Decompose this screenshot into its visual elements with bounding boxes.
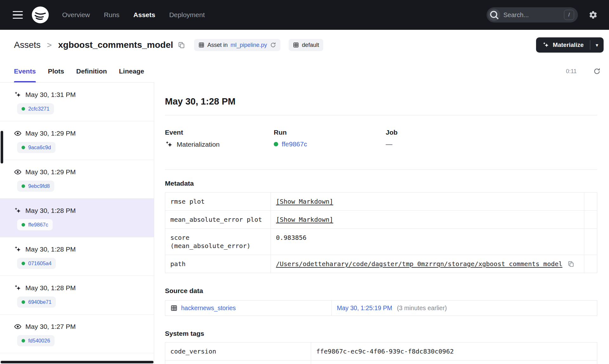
source-timestamp-link[interactable]: May 30, 1:25:19 PM <box>337 304 392 312</box>
run-status-dot <box>22 223 25 227</box>
event-list-item[interactable]: May 30, 1:28 PM 071605a4 <box>0 237 154 276</box>
reload-definitions-icon[interactable] <box>270 42 276 48</box>
run-id-link[interactable]: ffe9867c <box>282 140 307 148</box>
run-id-link: ffe9867c <box>28 222 48 228</box>
sidebar-vertical-scrollbar[interactable] <box>1 131 3 163</box>
metadata-key: score (mean_absolute_error) <box>165 229 271 255</box>
event-type-value: Materialization <box>177 141 219 148</box>
materialization-sparkle-icon <box>14 284 22 292</box>
tab-lineage[interactable]: Lineage <box>119 60 144 82</box>
materialization-sparkle-icon <box>14 207 22 214</box>
run-id-link: fd540026 <box>28 338 50 344</box>
asset-definition-tag: Asset in ml_pipeline.py <box>194 39 280 51</box>
metadata-row: mean_absolute_error plot [Show Markdown] <box>165 211 597 229</box>
nav-item-deployment[interactable]: Deployment <box>169 11 205 19</box>
event-time: May 30, 1:29 PM <box>25 168 76 176</box>
divider <box>165 115 597 115</box>
metadata-heading: Metadata <box>165 180 597 187</box>
materialize-dropdown-button[interactable]: ▾ <box>590 37 604 53</box>
system-tag-key: code_version <box>165 342 311 360</box>
settings-gear-icon[interactable] <box>589 10 598 19</box>
source-time-note: (3 minutes earlier) <box>397 304 447 312</box>
materialization-sparkle-icon <box>165 140 173 149</box>
asset-group-tag[interactable]: default <box>289 39 323 51</box>
run-status-dot <box>274 142 278 146</box>
system-tags-table: code_version ffe9867c-ec9c-4f06-939c-f8d… <box>165 342 597 364</box>
event-list-item[interactable]: May 30, 1:29 PM 9aca6c9d <box>0 121 154 160</box>
search-input[interactable] <box>503 11 561 19</box>
refresh-icon[interactable] <box>593 67 601 75</box>
system-tag-value <box>311 361 597 364</box>
tab-events[interactable]: Events <box>14 60 36 82</box>
event-list-item[interactable]: May 30, 1:31 PM 2cfc3271 <box>0 83 154 121</box>
event-list-item-selected[interactable]: May 30, 1:28 PM ffe9867c <box>0 199 154 237</box>
divider <box>165 169 597 170</box>
copy-asset-name-icon[interactable] <box>178 41 185 49</box>
run-id-pill[interactable]: 071605a4 <box>17 258 56 269</box>
run-status-dot <box>22 339 25 342</box>
source-data-heading: Source data <box>165 287 597 295</box>
job-value: — <box>386 140 392 148</box>
run-id-link: 9aca6c9d <box>28 144 51 150</box>
top-nav: Overview Runs Assets Deployment / <box>0 0 609 30</box>
tab-plots[interactable]: Plots <box>48 60 64 82</box>
storage-path-link[interactable]: /Users/odetteharary/code/dagster/tmp_0mz… <box>276 260 562 268</box>
event-time: May 30, 1:27 PM <box>25 323 76 330</box>
event-list-sidebar: May 30, 1:31 PM 2cfc3271 May 30, 1:29 PM… <box>0 82 154 364</box>
system-tag-value: ffe9867c-ec9c-4f06-939c-f8dc830c0962 <box>311 342 597 360</box>
run-id-pill[interactable]: fd540026 <box>17 335 55 346</box>
metadata-key: mean_absolute_error plot <box>165 211 271 228</box>
asset-table-icon <box>198 42 205 48</box>
metadata-extra-cell <box>584 193 597 210</box>
run-status-dot <box>22 146 25 149</box>
dagster-logo-icon[interactable] <box>31 6 49 24</box>
event-summary-row: Event Materialization Run ffe9867c Job — <box>165 129 597 149</box>
source-asset-link[interactable]: hackernews_stories <box>181 304 236 312</box>
job-label: Job <box>386 129 597 136</box>
copy-path-icon[interactable] <box>567 260 574 267</box>
event-list-item[interactable]: May 30, 1:29 PM 9ebc9fd8 <box>0 160 154 199</box>
source-data-table: hackernews_stories May 30, 1:25:19 PM (3… <box>165 300 597 316</box>
run-label: Run <box>274 129 386 136</box>
nav-item-runs[interactable]: Runs <box>104 11 120 19</box>
run-id-pill[interactable]: 2cfc3271 <box>17 103 54 114</box>
event-time: May 30, 1:31 PM <box>25 91 76 99</box>
metadata-key: path <box>165 255 271 273</box>
breadcrumb-assets-link[interactable]: Assets <box>14 40 41 50</box>
refresh-countdown: 0:11 <box>566 68 577 75</box>
event-list-item[interactable]: May 30, 1:28 PM 6940be71 <box>0 276 154 315</box>
nav-item-overview[interactable]: Overview <box>62 11 90 19</box>
sidebar-horizontal-scrollbar[interactable] <box>1 361 154 363</box>
run-id-pill[interactable]: 9ebc9fd8 <box>17 181 54 192</box>
run-id-pill[interactable]: ffe9867c <box>17 219 53 230</box>
asset-header: Assets > xgboost_comments_model Asset in… <box>0 30 609 60</box>
group-tag-label: default <box>302 42 319 48</box>
pipeline-file-link[interactable]: ml_pipeline.py <box>231 42 267 48</box>
run-status-dot <box>22 107 25 111</box>
materialization-sparkle-icon <box>14 246 22 253</box>
run-status-dot <box>22 262 25 265</box>
menu-icon[interactable] <box>13 11 23 19</box>
search-shortcut-key: / <box>564 10 574 20</box>
metadata-extra-cell <box>584 229 597 255</box>
content-area: May 30, 1:31 PM 2cfc3271 May 30, 1:29 PM… <box>0 82 609 364</box>
metadata-key: rmse plot <box>165 193 271 210</box>
nav-item-assets[interactable]: Assets <box>134 11 155 19</box>
materialize-sparkle-icon <box>542 42 549 48</box>
event-detail-title: May 30, 1:28 PM <box>165 96 597 107</box>
caret-down-icon: ▾ <box>596 42 598 48</box>
show-markdown-link[interactable]: [Show Markdown] <box>276 216 333 223</box>
system-tags-heading: System tags <box>165 330 597 337</box>
run-id-pill[interactable]: 6940be71 <box>17 297 56 308</box>
materialize-button[interactable]: Materialize <box>536 37 590 53</box>
observation-eye-icon <box>14 130 22 137</box>
search-box[interactable]: / <box>487 7 578 22</box>
event-list-item[interactable]: May 30, 1:27 PM fd540026 <box>0 315 154 353</box>
materialization-sparkle-icon <box>14 91 22 99</box>
tab-definition[interactable]: Definition <box>76 60 107 82</box>
metadata-value: 0.983856 <box>271 229 584 255</box>
run-id-link: 071605a4 <box>28 260 51 266</box>
dagster-app: Overview Runs Assets Deployment / Assets… <box>0 0 609 364</box>
show-markdown-link[interactable]: [Show Markdown] <box>276 198 333 205</box>
run-id-pill[interactable]: 9aca6c9d <box>17 142 56 153</box>
